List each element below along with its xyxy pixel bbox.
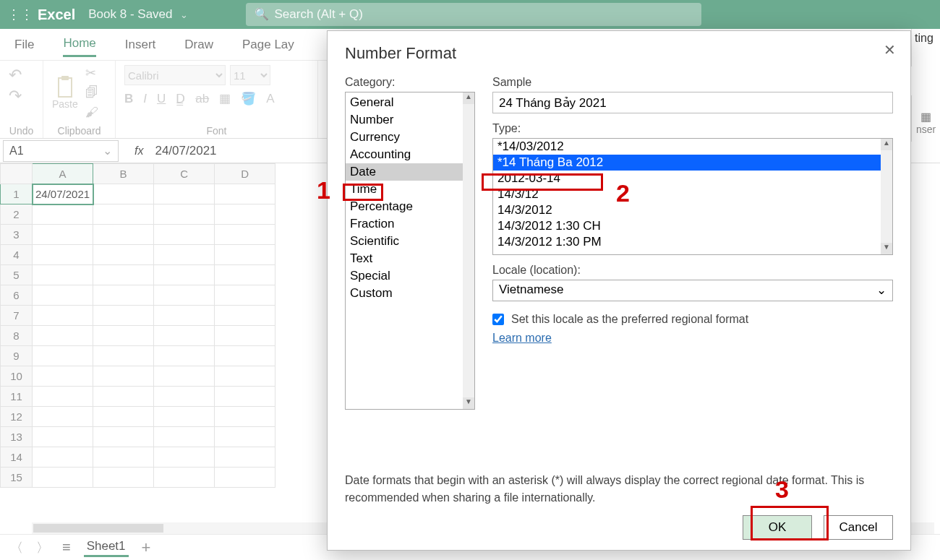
row-header[interactable]: 8 — [1, 326, 33, 346]
svg-rect-1 — [61, 76, 69, 80]
document-name: Book 8 - Saved — [88, 7, 172, 22]
type-listbox[interactable]: *14/03/2012*14 Tháng Ba 20122012-03-1414… — [492, 138, 893, 255]
italic-button[interactable]: I — [143, 92, 147, 106]
category-item[interactable]: Accounting — [346, 146, 474, 163]
row-header[interactable]: 9 — [1, 346, 33, 366]
cancel-button[interactable]: Cancel — [824, 515, 893, 540]
category-item[interactable]: General — [346, 94, 474, 111]
chevron-down-icon: ⌄ — [103, 144, 112, 158]
search-input[interactable] — [246, 3, 701, 26]
dialog-title: Number Format — [345, 44, 893, 63]
type-item[interactable]: 14/3/2012 1:30 CH — [493, 218, 892, 234]
font-color-button[interactable]: A — [266, 92, 274, 106]
col-header-c[interactable]: C — [154, 164, 215, 184]
truncated-panel: ting — [911, 29, 940, 66]
row-header[interactable]: 2 — [1, 204, 33, 225]
category-item[interactable]: Text — [346, 250, 474, 267]
preferred-locale-checkbox[interactable]: Set this locale as the preferred regiona… — [492, 313, 893, 326]
category-item[interactable]: Scientific — [346, 233, 474, 250]
undo-group-label: Undo — [9, 125, 34, 137]
col-header-a[interactable]: A — [33, 164, 93, 184]
scrollbar[interactable]: ▲▼ — [881, 139, 892, 254]
close-icon[interactable]: ✕ — [884, 41, 896, 59]
type-item[interactable]: 14/3/12 — [493, 186, 892, 202]
learn-more-link[interactable]: Learn more — [492, 332, 893, 345]
format-painter-icon[interactable]: 🖌 — [85, 105, 98, 120]
dialog-description: Date formats that begin with an asterisk… — [345, 472, 893, 507]
checkbox-input[interactable] — [492, 314, 504, 325]
tab-insert[interactable]: Insert — [125, 33, 156, 56]
type-item[interactable]: 14/3/2012 — [493, 202, 892, 218]
chevron-down-icon: ⌄ — [180, 9, 188, 20]
row-header[interactable]: 12 — [1, 407, 33, 427]
row-header[interactable]: 3 — [1, 225, 33, 245]
sheet-nav-next-icon[interactable]: 〉 — [36, 539, 49, 556]
row-header[interactable]: 11 — [1, 387, 33, 407]
category-item[interactable]: Time — [346, 181, 474, 198]
document-status[interactable]: Book 8 - Saved ⌄ — [88, 7, 187, 22]
row-header[interactable]: 4 — [1, 245, 33, 265]
font-name-select[interactable]: Calibri — [124, 65, 226, 85]
search-icon: 🔍 — [255, 7, 269, 21]
underline-button[interactable]: U — [157, 92, 166, 106]
col-header-d[interactable]: D — [215, 164, 275, 184]
name-box-value: A1 — [9, 145, 24, 158]
category-item[interactable]: Custom — [346, 285, 474, 302]
row-header[interactable]: 6 — [1, 285, 33, 306]
row-header[interactable]: 7 — [1, 306, 33, 326]
undo-icon[interactable]: ↶ — [9, 65, 34, 86]
all-sheets-icon[interactable]: ≡ — [62, 539, 71, 556]
category-item[interactable]: Number — [346, 111, 474, 129]
type-item[interactable]: *14 Tháng Ba 2012 — [493, 155, 892, 171]
row-header[interactable]: 5 — [1, 265, 33, 285]
col-header-b[interactable]: B — [93, 164, 154, 184]
category-item[interactable]: Percentage — [346, 198, 474, 215]
type-item[interactable]: 2012-03-14 — [493, 171, 892, 186]
scrollbar[interactable]: ▲▼ — [463, 92, 474, 409]
ok-button[interactable]: OK — [743, 515, 812, 540]
category-item[interactable]: Date — [346, 163, 474, 181]
tab-draw[interactable]: Draw — [184, 33, 213, 56]
row-header[interactable]: 15 — [1, 468, 33, 488]
grid-icon: ▦ — [912, 110, 940, 124]
row-header[interactable]: 14 — [1, 447, 33, 468]
tab-home[interactable]: Home — [63, 32, 95, 57]
strikethrough-button[interactable]: ab — [195, 92, 209, 106]
truncated-panel: ▦ nser — [911, 95, 940, 142]
type-item[interactable]: 14/3/2012 1:30 PM — [493, 234, 892, 250]
category-item[interactable]: Fraction — [346, 215, 474, 233]
name-box[interactable]: A1 ⌄ — [3, 140, 119, 162]
category-listbox[interactable]: GeneralNumberCurrencyAccountingDateTimeP… — [345, 92, 475, 410]
row-header[interactable]: 13 — [1, 427, 33, 447]
redo-icon[interactable]: ↷ — [9, 86, 34, 107]
borders-button[interactable]: ▦ — [219, 91, 231, 106]
font-size-select[interactable]: 11 — [230, 65, 270, 85]
type-item[interactable]: *14/03/2012 — [493, 139, 892, 155]
svg-rect-0 — [59, 78, 72, 97]
locale-select[interactable]: Vietnamese ⌄ — [492, 280, 893, 301]
bold-button[interactable]: B — [124, 92, 133, 106]
fill-color-button[interactable]: 🪣 — [241, 91, 256, 106]
sheet-tab[interactable]: Sheet1 — [84, 538, 129, 557]
double-underline-button[interactable]: D̳ — [176, 91, 185, 106]
app-launcher-icon[interactable]: ⋮⋮⋮ — [7, 7, 30, 22]
copy-icon[interactable]: 🗐 — [85, 85, 98, 100]
category-item[interactable]: Special — [346, 267, 474, 285]
row-header[interactable]: 10 — [1, 366, 33, 387]
cut-icon[interactable]: ✂ — [85, 65, 98, 81]
locale-label: Locale (location): — [492, 264, 893, 277]
tab-page-layout[interactable]: Page Lay — [242, 33, 294, 56]
sheet-nav-prev-icon[interactable]: 〈 — [10, 539, 23, 556]
annotation-number: 1 — [317, 176, 330, 204]
annotation-number: 2 — [616, 179, 630, 207]
tab-file[interactable]: File — [14, 33, 34, 56]
paste-button[interactable]: Paste — [52, 75, 78, 110]
category-item[interactable]: Currency — [346, 129, 474, 146]
add-sheet-icon[interactable]: + — [142, 538, 151, 557]
row-header[interactable]: 1 — [1, 184, 33, 204]
select-all-corner[interactable] — [1, 164, 33, 184]
cell-a1[interactable]: 24/07/2021 — [33, 184, 93, 204]
category-label: Category: — [345, 76, 475, 89]
fx-icon[interactable]: fx — [121, 145, 152, 158]
clipboard-group-label: Clipboard — [52, 125, 106, 137]
